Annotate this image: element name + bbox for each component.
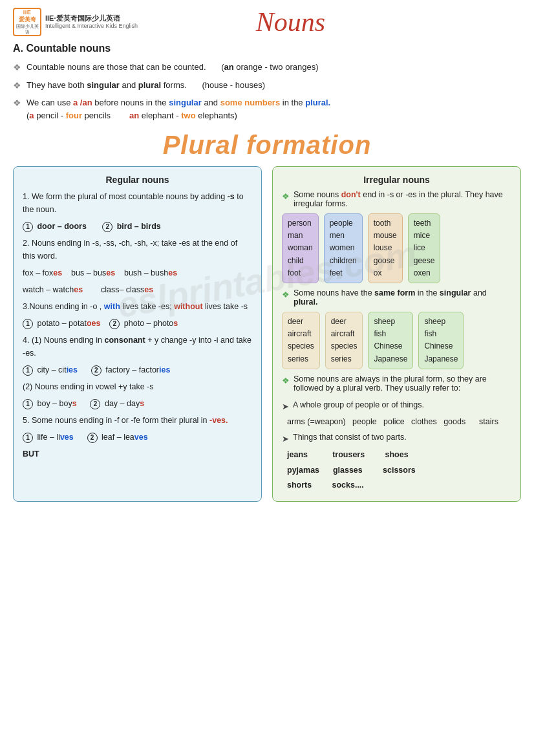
with-text: with: [104, 302, 120, 311]
sf-card-sheep1: sheepfishChineseJapanese: [368, 312, 413, 369]
irr-card-teeth: teethmicelicegeeseoxen: [408, 213, 441, 283]
bullet-text-2: They have both singular and plural forms…: [27, 79, 521, 92]
circle-3b: 2: [109, 319, 120, 329]
circle-4b: 2: [91, 365, 101, 376]
same-form-text: Some nouns have the same form in the sin…: [294, 288, 511, 307]
logo-subtitle: Intelligent & Interactive Kids English: [45, 23, 138, 30]
word-shoes: shoes: [385, 450, 408, 459]
rule-2-examples1: fox – foxes bus – buses bush – bushes: [23, 266, 252, 279]
logo-area: IIE 爱英奇 国际少儿英语 IIE·爱英奇国际少儿英语 Intelligent…: [13, 8, 138, 36]
irregular-cards: personmanwomanchildfoot peoplemenwomench…: [282, 213, 511, 283]
diamond-icon-3: ❖: [13, 98, 21, 108]
always-plural-sub2-bullet: ➤ Things that consist of two parts.: [282, 433, 511, 444]
bullet-item-3: ❖ We can use a /an before nouns in the s…: [13, 96, 521, 122]
bullet2-example: (house - houses): [202, 80, 266, 90]
rule-1-examples: 1 door – doors 2 bird – birds: [23, 220, 252, 233]
rule-2: 2. Nouns ending in -s, -ss, -ch, -sh, -x…: [23, 237, 252, 263]
word-socks: socks....: [332, 481, 363, 490]
without-text: without: [174, 302, 202, 311]
bullet1-example: (an orange - two oranges): [221, 62, 318, 72]
rule-4: 4. (1) Nouns ending in consonant + y cha…: [23, 334, 252, 360]
irregular-intro-bullet: ❖ Some nouns don't end in -s or -es in t…: [282, 190, 511, 208]
bullet3-sub: (a pencil - four pencils an elephant - t…: [27, 111, 237, 120]
section-a: A. Countable nouns ❖ Countable nouns are…: [13, 43, 521, 122]
right-col-irregular: Irregular nouns ❖ Some nouns don't end i…: [272, 166, 521, 502]
logo-sub1: 爱英奇: [19, 16, 36, 24]
sf-card-sheep2: sheepfishChineseJapanese: [418, 312, 464, 369]
rule-2-examples2: watch – watches class– classes: [23, 283, 252, 296]
always-plural-text: Some nouns are always in the plural form…: [294, 374, 511, 393]
logo-top-text: IIE: [23, 9, 32, 16]
irregular-intro-text: Some nouns don't end in -s or -es in the…: [294, 190, 511, 208]
circle-5b: 2: [87, 433, 98, 443]
bullet3-mid: and: [202, 98, 220, 107]
same-form-bullet: ❖ Some nouns have the same form in the s…: [282, 288, 511, 307]
logo-box: IIE 爱英奇 国际少儿英语: [13, 8, 41, 36]
plural-section: Plural formation Regular nouns 1. We for…: [13, 131, 521, 502]
word-pyjamas: pyjamas: [287, 466, 319, 475]
bullet3-mid2: in the: [280, 98, 305, 107]
word-jeans: jeans: [287, 450, 308, 459]
arrow-icon-2: ➤: [282, 434, 289, 444]
always-plural-sub1-text: A whole group of people or of things.: [293, 400, 424, 409]
circle-4a: 1: [23, 365, 33, 376]
word-shorts: shorts: [287, 481, 312, 490]
same-form-plural: plural.: [294, 297, 318, 307]
always-plural-bullet: ❖ Some nouns are always in the plural fo…: [282, 374, 511, 393]
sf-card-deer1: deeraircraftspeciesseries: [282, 312, 320, 369]
circle-1b: 2: [102, 222, 112, 232]
bullet2-post: forms.: [161, 80, 187, 90]
bullet1-text: Countable nouns are those that can be co…: [27, 62, 206, 72]
circle-4c: 1: [23, 399, 33, 409]
rule-4-examples2: 1 boy – boys 2 day – days: [23, 397, 252, 410]
bullet3-singular: singular: [169, 98, 202, 107]
rule1-door: door – doors: [37, 222, 86, 231]
irr-card-tooth: toothmouselousegooseox: [368, 213, 403, 283]
rule-5-examples: 1 life – lives 2 leaf – leaves: [23, 431, 252, 444]
arrow-icon-1: ➤: [282, 402, 289, 411]
rule4-consonant: consonant: [104, 336, 145, 345]
always-plural-words2: jeans trousers shoes pyjamas glasses sci…: [287, 448, 511, 493]
bullet-item-2: ❖ They have both singular and plural for…: [13, 79, 521, 92]
rule1-s: -s: [228, 192, 235, 201]
logo-full-name: IIE·爱英奇国际少儿英语: [45, 14, 138, 23]
bullet2-mid: and: [120, 80, 138, 90]
bullet3-some-numbers: some numbers: [220, 98, 280, 107]
word-trousers: trousers: [332, 450, 365, 459]
circle-1a: 1: [23, 222, 33, 232]
irr-card-people: peoplemenwomenchildrenfeet: [324, 213, 363, 283]
rule1-bird: bird – birds: [117, 222, 161, 231]
dont-text: don't: [341, 190, 361, 199]
right-diamond-2: ❖: [282, 290, 290, 299]
bullet3-plural: plural.: [305, 98, 330, 107]
always-plural-sub1-bullet: ➤ A whole group of people or of things.: [282, 400, 511, 411]
right-diamond-3: ❖: [282, 376, 290, 385]
circle-4d: 2: [90, 399, 100, 409]
but-label: BUT: [23, 449, 39, 459]
sf-card-deer2: deeraircraftspeciesseries: [325, 312, 363, 369]
rule-4-examples1: 1 city – cities 2 factory – factories: [23, 363, 252, 376]
bullet2-pre: They have both: [27, 80, 87, 90]
bullet2-singular: singular: [87, 80, 120, 90]
rule-3: 3.Nouns ending in -o , with lives take -…: [23, 300, 252, 313]
header: IIE 爱英奇 国际少儿英语 IIE·爱英奇国际少儿英语 Intelligent…: [13, 6, 521, 38]
rule5-ves: -ves.: [209, 416, 228, 425]
bullet-text-3: We can use a /an before nouns in the sin…: [27, 96, 521, 122]
always-plural-words1: arms (=weapon) people police clothes goo…: [287, 415, 511, 429]
rule-3-examples: 1 potato – potatoes 2 photo – photos: [23, 317, 252, 330]
same-form-bold: same form: [374, 288, 415, 297]
rule-but: BUT: [23, 448, 252, 460]
word-scissors: scissors: [383, 466, 416, 475]
rule-4-2: (2) Nouns ending in vowel +y take -s: [23, 380, 252, 393]
bullet-item-1: ❖ Countable nouns are those that can be …: [13, 61, 521, 74]
two-col-layout: Regular nouns 1. We form the plural of m…: [13, 166, 521, 502]
left-col-regular: Regular nouns 1. We form the plural of m…: [13, 166, 262, 502]
rule-5: 5. Some nouns ending in -f or -fe form t…: [23, 414, 252, 427]
bullet-text-1: Countable nouns are those that can be co…: [27, 61, 521, 74]
rule-1: 1. We form the plural of most countable …: [23, 190, 252, 216]
irr-card-person: personmanwomanchildfoot: [282, 213, 319, 283]
logo-bottom-text: 国际少儿英语: [16, 24, 39, 35]
bullet2-plural: plural: [138, 80, 161, 90]
section-a-title: A. Countable nouns: [13, 43, 521, 54]
plural-formation-title: Plural formation: [13, 131, 521, 160]
